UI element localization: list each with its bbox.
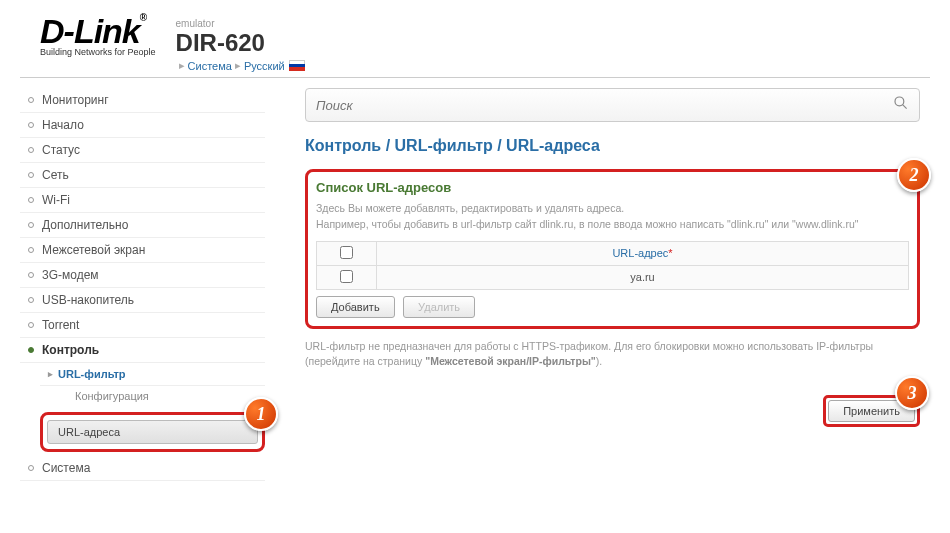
main-content: Контроль / URL-фильтр / URL-адреса 2 Спи… <box>305 88 920 481</box>
annotation-highlight-1: 1 URL-адреса <box>40 412 265 452</box>
sidebar: Мониторинг Начало Статус Сеть Wi-Fi Допо… <box>20 88 265 481</box>
section-description: Здесь Вы можете добавлять, редактировать… <box>316 201 909 233</box>
header-link-language[interactable]: Русский <box>244 60 285 72</box>
url-cell[interactable]: ya.ru <box>377 265 909 289</box>
delete-button: Удалить <box>403 296 475 318</box>
row-checkbox[interactable] <box>340 270 353 283</box>
header-link-system[interactable]: Система <box>188 60 232 72</box>
flag-russia-icon <box>289 60 305 71</box>
logo: D-Link® Building Networks for People <box>40 12 156 57</box>
sidebar-sub-urladdresses[interactable]: URL-адреса <box>47 420 258 444</box>
search-icon[interactable] <box>893 95 909 115</box>
annotation-badge-2: 2 <box>897 158 931 192</box>
sidebar-item-firewall[interactable]: Межсетевой экран <box>20 238 265 263</box>
sidebar-item-wifi[interactable]: Wi-Fi <box>20 188 265 213</box>
sidebar-item-network[interactable]: Сеть <box>20 163 265 188</box>
logo-tagline: Building Networks for People <box>40 47 156 57</box>
breadcrumb: Контроль / URL-фильтр / URL-адреса <box>305 137 920 155</box>
sidebar-item-advanced[interactable]: Дополнительно <box>20 213 265 238</box>
table-header-row: URL-адрес* <box>317 241 909 265</box>
chevron-right-icon: ▸ <box>235 59 241 72</box>
sidebar-sub-config[interactable]: Конфигурация <box>40 386 265 406</box>
https-note: URL-фильтр не предназначен для работы с … <box>305 339 920 371</box>
page-header: D-Link® Building Networks for People emu… <box>20 12 930 78</box>
section-title: Список URL-адресов <box>316 180 909 195</box>
annotation-highlight-2: 2 Список URL-адресов Здесь Вы можете доб… <box>305 169 920 329</box>
sidebar-item-control[interactable]: Контроль <box>20 338 265 363</box>
sidebar-sub-urlfilter[interactable]: ▸URL-фильтр <box>40 363 265 386</box>
svg-point-0 <box>895 97 904 106</box>
sidebar-item-system[interactable]: Система <box>20 456 265 481</box>
search-box[interactable] <box>305 88 920 122</box>
search-input[interactable] <box>316 98 893 113</box>
sidebar-item-torrent[interactable]: Torrent <box>20 313 265 338</box>
url-table: URL-адрес* ya.ru <box>316 241 909 290</box>
sidebar-item-3g[interactable]: 3G-модем <box>20 263 265 288</box>
svg-line-1 <box>903 105 907 109</box>
sidebar-item-monitoring[interactable]: Мониторинг <box>20 88 265 113</box>
select-all-checkbox[interactable] <box>340 246 353 259</box>
add-button[interactable]: Добавить <box>316 296 395 318</box>
annotation-badge-1: 1 <box>244 397 278 431</box>
chevron-right-icon: ▸ <box>48 369 53 379</box>
emulator-label: emulator <box>176 18 305 29</box>
table-row[interactable]: ya.ru <box>317 265 909 289</box>
sidebar-item-start[interactable]: Начало <box>20 113 265 138</box>
annotation-highlight-3: 3 Применить <box>823 395 920 427</box>
model-name: DIR-620 <box>176 29 305 57</box>
sidebar-item-usb[interactable]: USB-накопитель <box>20 288 265 313</box>
annotation-badge-3: 3 <box>895 376 929 410</box>
sidebar-item-status[interactable]: Статус <box>20 138 265 163</box>
chevron-right-icon: ▸ <box>179 59 185 72</box>
column-header-url: URL-адрес* <box>377 241 909 265</box>
